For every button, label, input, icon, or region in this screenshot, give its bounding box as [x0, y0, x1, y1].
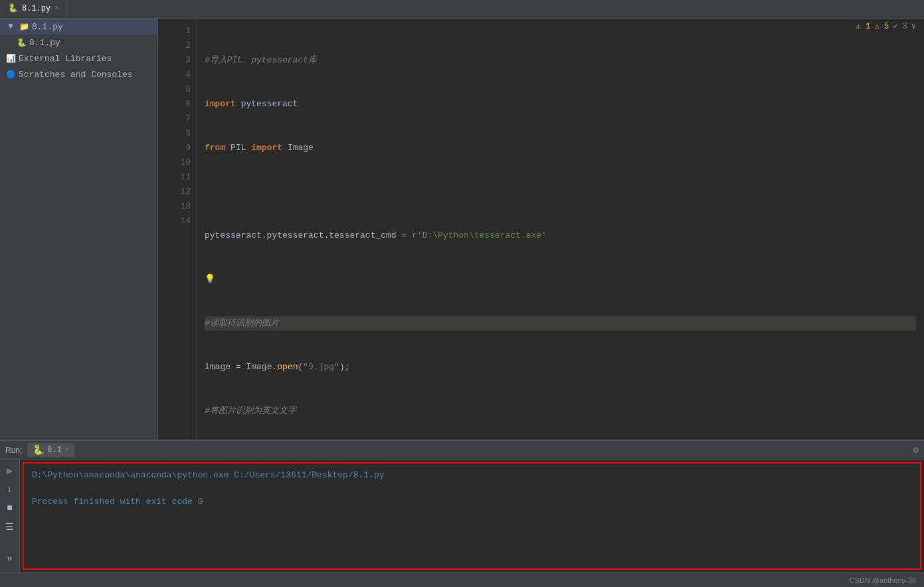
editor-area: ⚠ 1 ⚠ 5 ✔ 3 ∨ [158, 19, 924, 440]
main-area: ▼ 📁 8.1.py 🐍 8.1.py 📊 External Libraries… [0, 19, 924, 440]
tab-81py[interactable]: 🐍 8.1.py × [0, 0, 67, 18]
sidebar-item-81py-root[interactable]: ▼ 📁 8.1.py [0, 19, 157, 35]
run-more-button[interactable]: » [3, 551, 17, 566]
sidebar-item-scratches[interactable]: 🔵 Scratches and Consoles [0, 66, 157, 82]
gutter-12 [158, 185, 169, 199]
code-container[interactable]: ⚠ 1 ⚠ 5 ✔ 3 ∨ [158, 19, 924, 440]
python-file-icon: 🐍 [16, 37, 27, 48]
sidebar-label-ext: External Libraries [19, 54, 112, 64]
gutter [158, 19, 169, 440]
run-header: Run: 🐍 8.1 × ⚙ [0, 441, 924, 460]
status-text: CSDN @anthony-36 [850, 576, 916, 584]
run-sidebar: ▶ ↓ ■ ☰ » [0, 460, 20, 572]
folder-icon: ▼ [5, 21, 16, 32]
gutter-8 [158, 126, 169, 141]
gutter-13 [158, 199, 169, 214]
run-command: D:\Python\anaconda\anaconda\python.exe C… [32, 469, 912, 482]
code-comment-9: #将图片识别为英文文字 [205, 404, 296, 418]
indicator-bar: ⚠ 1 ⚠ 5 ✔ 3 ∨ [848, 19, 924, 34]
warning-indicator2[interactable]: ⚠ 5 [874, 21, 889, 31]
gutter-7 [158, 112, 169, 126]
gutter-11 [158, 170, 169, 185]
ok-indicator[interactable]: ✔ 3 [893, 21, 907, 31]
run-tab-py-icon: 🐍 [33, 444, 44, 456]
sidebar-item-81py-file[interactable]: 🐍 8.1.py [0, 35, 157, 50]
run-tab[interactable]: 🐍 8.1 × [27, 443, 74, 457]
code-line-4 [205, 185, 916, 199]
sidebar-label-file: 8.1.py [29, 38, 60, 48]
sidebar-label-root: 8.1.py [32, 22, 63, 32]
code-comment-1: #导入PIL、pytesseract库 [205, 53, 317, 68]
gutter-1 [158, 24, 169, 39]
sidebar: ▼ 📁 8.1.py 🐍 8.1.py 📊 External Libraries… [0, 19, 158, 440]
gutter-9 [158, 141, 169, 155]
ext-libs-icon: 📊 [5, 53, 16, 64]
run-play-button[interactable]: ▶ [3, 463, 17, 478]
code-line-5: pytesseract.pytesseract.tesseract_cmd = … [205, 228, 916, 243]
line-numbers: 1 2 3 4 5 6 7 8 9 10 11 12 13 14 [169, 19, 197, 440]
code-line-2: import pytesseract [205, 97, 916, 112]
warning-indicator1[interactable]: ⚠ 1 [856, 21, 871, 31]
tab-close-icon[interactable]: × [54, 5, 58, 12]
settings-icon[interactable]: ⚙ [913, 444, 919, 456]
gutter-3 [158, 53, 169, 68]
lightbulb-icon: 💡 [205, 272, 215, 287]
file-folder-icon: 📁 [19, 21, 29, 32]
status-bar: CSDN @anthony-36 [0, 572, 924, 587]
sidebar-item-ext-libs[interactable]: 📊 External Libraries [0, 50, 157, 66]
code-line-8: image = Image.open("9.jpg"); [205, 360, 916, 375]
top-tab-bar: 🐍 8.1.py × [0, 0, 924, 19]
gutter-10 [158, 155, 169, 170]
code-line-9: #将图片识别为英文文字 [205, 404, 916, 418]
run-stop-button[interactable]: ■ [3, 501, 17, 515]
tab-label: 8.1.py [22, 4, 50, 13]
gutter-5 [158, 82, 169, 97]
code-line-7: #读取待识别的图片 [205, 316, 916, 331]
run-body: ▶ ↓ ■ ☰ » D:\Python\anaconda\anaconda\py… [0, 460, 924, 572]
gutter-6 [158, 97, 169, 112]
code-line-6: 💡 [205, 272, 916, 287]
sidebar-label-scratches: Scratches and Consoles [19, 70, 133, 80]
run-tab-label: 8.1 [47, 446, 62, 455]
run-down-button[interactable]: ↓ [3, 482, 17, 497]
run-label: Run: [5, 446, 22, 455]
scratches-icon: 🔵 [5, 69, 16, 80]
code-kw-from: from [205, 141, 225, 155]
code-line-1: #导入PIL、pytesseract库 [205, 53, 916, 68]
code-kw-import: import [205, 97, 236, 112]
run-tab-close[interactable]: × [65, 446, 69, 454]
chevron-indicator[interactable]: ∨ [911, 21, 916, 31]
gutter-2 [158, 39, 169, 53]
code-comment-7: #读取待识别的图片 [205, 316, 279, 331]
run-output: D:\Python\anaconda\anaconda\python.exe C… [23, 462, 921, 570]
gutter-4 [158, 68, 169, 82]
code-line-3: from PIL import Image [205, 141, 916, 155]
run-panel: Run: 🐍 8.1 × ⚙ ▶ ↓ ■ ☰ » D:\Python\anaco… [0, 440, 924, 572]
run-result: Process finished with exit code 0 [32, 495, 912, 509]
tab-py-icon: 🐍 [8, 3, 18, 13]
code-content[interactable]: #导入PIL、pytesseract库 import pytesseract f… [197, 19, 924, 440]
run-list-button[interactable]: ☰ [3, 519, 17, 534]
code-var-pytesseract: pytesseract [241, 97, 298, 112]
gutter-14 [158, 214, 169, 228]
